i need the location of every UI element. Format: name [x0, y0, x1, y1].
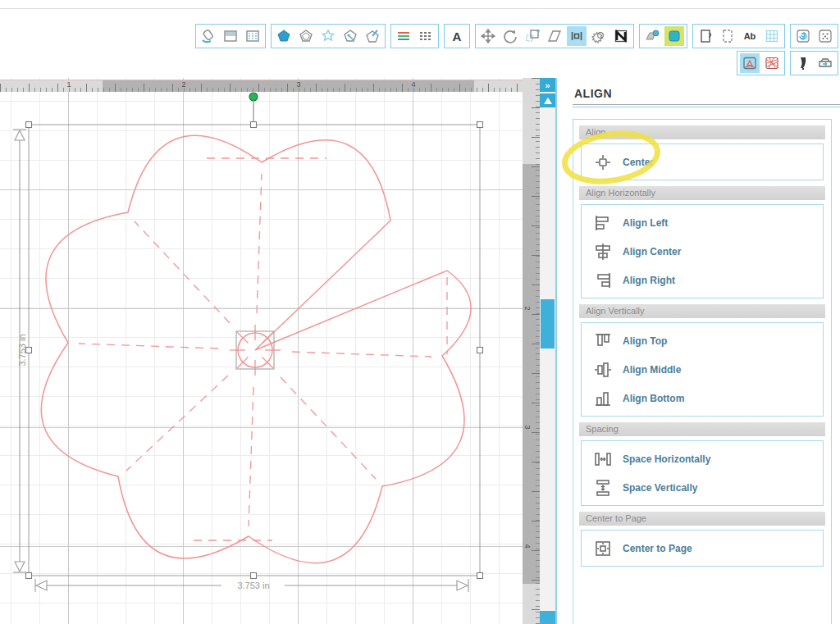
rotate-icon[interactable] [500, 26, 520, 46]
ruler-number: 2 [181, 80, 185, 89]
ruler-right: 2 3 4 [523, 78, 540, 624]
section-align-vertically: Align Top Align Middle Align Bottom [581, 322, 824, 417]
ruler-number: 2 [523, 306, 532, 310]
section-header-align: Align [579, 125, 825, 139]
page-flip-icon[interactable] [696, 26, 715, 46]
align-top-icon [592, 330, 614, 352]
polygon-select-icon[interactable] [340, 26, 360, 46]
align-left-button[interactable]: Align Left [582, 208, 823, 237]
ruler-right-ticks [523, 78, 540, 624]
media-view-icon[interactable] [762, 53, 782, 73]
glyphs-icon[interactable]: Ab [740, 26, 760, 46]
ruler-number: 3 [296, 80, 300, 89]
panel-collapse-button[interactable]: » [540, 78, 555, 92]
view-toolbar [737, 51, 838, 75]
vertical-scrollbar[interactable]: » [540, 78, 555, 624]
library-tools-group [790, 24, 838, 48]
panel-title-rule [573, 104, 840, 107]
button-label: Center to Page [623, 543, 692, 554]
chevron-double-right-icon: » [545, 80, 550, 90]
output-group [790, 51, 838, 75]
button-label: Align Top [623, 335, 667, 347]
center-to-page-icon [592, 538, 614, 559]
section-align-horizontally: Align Left Align Center Align Right [581, 204, 824, 298]
swirl-icon[interactable] [793, 26, 813, 46]
shear-icon[interactable] [545, 26, 564, 46]
section-header-align-horizontally: Align Horizontally [579, 186, 825, 200]
button-label: Align Bottom [623, 393, 684, 404]
align-middle-button[interactable]: Align Middle [582, 355, 823, 384]
width-label: 3.753 in [237, 581, 269, 590]
flower-shape[interactable] [41, 135, 471, 563]
top-divider [0, 8, 840, 9]
button-label: Align Left [623, 217, 668, 229]
section-header-spacing: Spacing [579, 422, 825, 436]
pattern-fill-icon[interactable] [243, 26, 262, 46]
ruler-number: 4 [523, 544, 532, 548]
align-left-icon [592, 212, 614, 234]
draw-star-icon[interactable] [318, 26, 338, 46]
ruler-top: 1 2 3 4 [0, 80, 540, 92]
scrollbar-thumb[interactable] [541, 299, 555, 348]
polygon-edit-icon[interactable] [363, 26, 382, 46]
section-center-to-page: Center to Page [581, 530, 824, 567]
align-right-button[interactable]: Align Right [582, 266, 823, 294]
section-align: Center [581, 143, 824, 180]
panel-title: ALIGN [574, 87, 612, 100]
ruler-top-ticks [0, 80, 540, 92]
space-horizontally-button[interactable]: Space Horizontally [582, 444, 823, 473]
button-label: Align Center [623, 246, 681, 257]
align-top-button[interactable]: Align Top [582, 326, 823, 355]
draw-polygon-icon[interactable] [274, 26, 294, 46]
effects-tools-group [639, 24, 687, 48]
move-icon[interactable] [478, 26, 498, 46]
align-middle-icon [592, 359, 614, 380]
main-toolbar: A [195, 24, 838, 48]
text-tools-group: A [444, 24, 470, 48]
line-color-icon[interactable] [394, 26, 413, 46]
align-center-icon [592, 241, 614, 262]
trace-icon[interactable] [611, 26, 631, 46]
button-label: Space Vertically [623, 482, 697, 494]
shading-icon[interactable] [221, 26, 240, 46]
emboss-icon[interactable] [642, 26, 662, 46]
space-vertically-button[interactable]: Space Vertically [582, 473, 823, 502]
align-tool-icon[interactable] [567, 26, 587, 46]
section-spacing: Space Horizontally Space Vertically [581, 440, 824, 506]
scroll-up-button[interactable] [540, 93, 555, 107]
transform-tools-group [475, 24, 634, 48]
rotation-handle[interactable] [249, 93, 258, 101]
design-view-icon[interactable] [740, 53, 760, 73]
ruler-number: 1 [66, 80, 71, 89]
align-bottom-button[interactable]: Align Bottom [582, 384, 823, 412]
section-header-align-vertically: Align Vertically [579, 304, 825, 318]
weld-icon[interactable] [589, 26, 609, 46]
polygon-layers-icon[interactable] [296, 26, 316, 46]
center-to-page-button[interactable]: Center to Page [582, 534, 823, 563]
align-panel: ALIGN Align Center Align Horizontally Al… [558, 78, 840, 624]
send-to-machine-icon[interactable] [815, 53, 835, 73]
triangle-up-icon [544, 98, 552, 104]
selection-box[interactable] [26, 93, 483, 579]
ruler-number: 3 [523, 425, 532, 429]
button-label: Align Middle [623, 364, 681, 376]
pixscan-icon[interactable] [664, 26, 684, 46]
space-vertically-icon [592, 477, 614, 499]
line-style-icon[interactable] [416, 26, 436, 46]
selection-handles[interactable] [26, 122, 483, 579]
align-center-button[interactable]: Align Center [582, 237, 823, 266]
button-label: Align Right [623, 275, 675, 286]
center-button[interactable]: Center [582, 148, 823, 176]
text-tool-icon[interactable]: A [447, 26, 467, 46]
grid-icon[interactable] [762, 26, 782, 46]
fold-lines [79, 158, 447, 540]
page-tools-group: Ab [692, 24, 785, 48]
height-label: 3.753 in [17, 334, 27, 366]
panel-left-border [555, 78, 557, 624]
blade-icon[interactable] [793, 53, 813, 73]
scroll-down-button[interactable] [540, 611, 555, 624]
scale-icon[interactable] [523, 26, 542, 46]
fill-color-icon[interactable] [199, 26, 218, 46]
dots-icon[interactable] [815, 26, 835, 46]
page-outline-icon[interactable] [718, 26, 737, 46]
